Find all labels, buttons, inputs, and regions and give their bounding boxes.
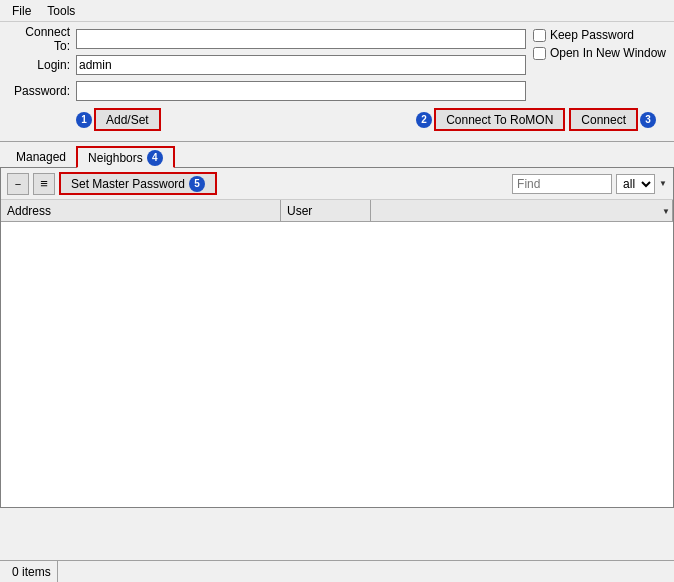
- tabs-container: Managed Neighbors 4: [0, 142, 674, 168]
- connect-to-input[interactable]: [76, 29, 526, 49]
- menu-tools[interactable]: Tools: [39, 2, 83, 20]
- status-bar: 0 items: [0, 560, 674, 582]
- menu-file[interactable]: File: [4, 2, 39, 20]
- keep-password-checkbox[interactable]: [533, 29, 546, 42]
- minus-button[interactable]: −: [7, 173, 29, 195]
- toolbar-row: − ≡ Set Master Password 5 all ▼: [1, 168, 673, 200]
- keep-password-label: Keep Password: [550, 28, 634, 42]
- add-set-button[interactable]: Add/Set: [94, 108, 161, 131]
- find-dropdown-arrow[interactable]: ▼: [659, 179, 667, 188]
- neighbors-tab-label: Neighbors: [88, 151, 143, 165]
- set-master-password-button[interactable]: Set Master Password 5: [59, 172, 217, 195]
- checkboxes-panel: Keep Password Open In New Window: [533, 28, 666, 62]
- login-label: Login:: [8, 58, 76, 72]
- connect-button[interactable]: Connect: [569, 108, 638, 131]
- find-select[interactable]: all: [616, 174, 655, 194]
- top-area: Connect To: Login: Password: 1 Add/Set 2…: [0, 22, 674, 142]
- menu-bar: File Tools: [0, 0, 674, 22]
- table-section: − ≡ Set Master Password 5 all ▼ Address …: [0, 168, 674, 508]
- password-row: Password:: [8, 80, 666, 102]
- tab-neighbors[interactable]: Neighbors 4: [76, 146, 175, 168]
- open-new-window-label: Open In New Window: [550, 46, 666, 60]
- col-header-user: User: [281, 200, 371, 221]
- badge-4: 4: [147, 150, 163, 166]
- connect-to-label: Connect To:: [8, 25, 76, 53]
- open-new-window-row[interactable]: Open In New Window: [533, 46, 666, 60]
- status-items: 0 items: [6, 561, 58, 582]
- badge-3: 3: [640, 112, 656, 128]
- table-header: Address User ▼: [1, 200, 673, 222]
- find-input[interactable]: [512, 174, 612, 194]
- buttons-row: 1 Add/Set 2 Connect To RoMON Connect 3: [8, 108, 666, 131]
- col-header-rest: ▼: [371, 200, 673, 221]
- col-dropdown-arrow[interactable]: ▼: [662, 207, 670, 216]
- keep-password-row[interactable]: Keep Password: [533, 28, 666, 42]
- login-input[interactable]: [76, 55, 526, 75]
- connect-to-romon-button[interactable]: Connect To RoMON: [434, 108, 565, 131]
- filter-button[interactable]: ≡: [33, 173, 55, 195]
- table-body: [1, 222, 673, 507]
- tab-managed[interactable]: Managed: [6, 147, 76, 167]
- password-label: Password:: [8, 84, 76, 98]
- password-input[interactable]: [76, 81, 526, 101]
- badge-5: 5: [189, 176, 205, 192]
- set-master-password-label: Set Master Password: [71, 177, 185, 191]
- badge-1: 1: [76, 112, 92, 128]
- badge-2: 2: [416, 112, 432, 128]
- col-header-address: Address: [1, 200, 281, 221]
- open-new-window-checkbox[interactable]: [533, 47, 546, 60]
